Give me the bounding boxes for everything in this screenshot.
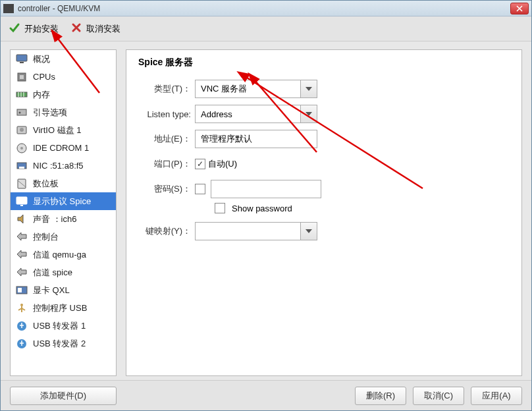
usb-redir-icon: [16, 321, 28, 331]
sidebar-item-label: CPUs: [33, 72, 55, 82]
sidebar-item-label: 控制台: [33, 231, 59, 243]
port-label: 端口(P)：: [138, 158, 195, 170]
boot-icon: [16, 107, 28, 118]
sidebar-item[interactable]: 引导选项: [11, 103, 116, 121]
sidebar-item-label: USB 转发器 2: [33, 338, 86, 350]
x-icon: [70, 22, 82, 36]
password-input[interactable]: [211, 180, 321, 198]
window: controller - QEMU/KVM 开始安装 取消安装 概况CPUs内存…: [0, 0, 532, 411]
sidebar-item-label: 显示协议 Spice: [33, 196, 91, 207]
sidebar-item[interactable]: 显示协议 Spice: [11, 192, 116, 210]
window-title: controller - QEMU/KVM: [18, 4, 510, 13]
sidebar-item[interactable]: 控制台: [11, 228, 116, 246]
svg-rect-4: [16, 92, 27, 97]
svg-rect-8: [17, 109, 26, 115]
hardware-list[interactable]: 概况CPUs内存引导选项VirtIO 磁盘 1IDE CDROM 1NIC :5…: [10, 49, 117, 376]
sidebar-item[interactable]: 内存: [11, 86, 116, 103]
video-icon: [16, 285, 28, 296]
keymap-combo[interactable]: [195, 222, 317, 240]
sidebar-item[interactable]: 信道 qemu-ga: [11, 246, 116, 263]
disk-icon: [16, 125, 28, 136]
sidebar-item[interactable]: 概况: [11, 50, 116, 68]
sidebar-item-label: 信道 spice: [33, 267, 72, 279]
sidebar-item[interactable]: CPUs: [11, 68, 116, 86]
sidebar-item[interactable]: USB 转发器 1: [11, 317, 116, 335]
tablet-icon: [16, 178, 28, 189]
cancel-button[interactable]: 取消(C): [413, 387, 464, 405]
sidebar-item-label: 控制程序 USB: [33, 302, 87, 314]
svg-point-13: [20, 147, 23, 150]
cpu-icon: [16, 72, 28, 82]
show-password-label: Show password: [232, 204, 292, 213]
cancel-install-button[interactable]: 取消安装: [70, 22, 120, 36]
display-icon: [16, 196, 28, 207]
keymap-label: 键映射(Y)：: [138, 225, 195, 237]
app-icon: [3, 4, 14, 13]
sidebar-item[interactable]: 控制程序 USB: [11, 299, 116, 317]
monitor-icon: [16, 54, 28, 65]
usb-redir-icon: [16, 339, 28, 349]
listen-label: Listen type:: [138, 109, 195, 119]
check-icon: [9, 22, 20, 36]
svg-point-22: [20, 304, 23, 306]
chevron-down-icon: [306, 229, 312, 233]
svg-rect-18: [16, 197, 27, 204]
password-label: 密码(S)：: [138, 183, 195, 195]
chevron-down-icon: [306, 87, 312, 91]
begin-install-button[interactable]: 开始安装: [9, 22, 59, 36]
sidebar-item-label: 信道 qemu-ga: [33, 249, 86, 261]
apply-button[interactable]: 应用(A): [471, 387, 522, 405]
close-icon: [516, 5, 523, 12]
listen-value: Address: [195, 105, 300, 123]
sidebar-item-label: NIC :51:a8:f5: [33, 161, 84, 171]
cdrom-icon: [16, 143, 28, 153]
show-password-checkbox[interactable]: [215, 203, 225, 213]
chevron-down-icon: [306, 112, 312, 116]
add-hardware-button[interactable]: 添加硬件(D): [10, 387, 117, 405]
sidebar-item[interactable]: 声音 ：ich6: [11, 210, 116, 228]
console-icon: [16, 232, 28, 242]
sidebar-item[interactable]: 数位板: [11, 175, 116, 192]
sidebar-item[interactable]: 信道 spice: [11, 263, 116, 281]
svg-point-9: [19, 112, 21, 114]
footer: 添加硬件(D) 删除(R) 取消(C) 应用(A): [1, 380, 531, 410]
body: 概况CPUs内存引导选项VirtIO 磁盘 1IDE CDROM 1NIC :5…: [1, 41, 531, 380]
sidebar-item-label: 声音 ：ich6: [33, 213, 76, 225]
usb-ctrl-icon: [16, 303, 28, 314]
sidebar-item-label: IDE CDROM 1: [33, 143, 89, 153]
close-button[interactable]: [510, 3, 529, 14]
svg-point-11: [20, 128, 24, 132]
channel-icon: [16, 250, 28, 260]
sidebar-item-label: 数位板: [33, 178, 59, 190]
port-auto-label: 自动(U): [208, 158, 237, 170]
svg-rect-19: [20, 205, 23, 206]
sidebar-item[interactable]: 显卡 QXL: [11, 281, 116, 299]
cancel-install-label: 取消安装: [86, 23, 120, 35]
sidebar-item-label: 内存: [33, 89, 50, 101]
type-value: VNC 服务器: [195, 80, 300, 98]
sidebar-item-label: USB 转发器 1: [33, 320, 86, 332]
sidebar-item[interactable]: IDE CDROM 1: [11, 139, 116, 157]
sidebar-item[interactable]: USB 转发器 2: [11, 335, 116, 352]
password-checkbox[interactable]: [195, 184, 205, 194]
type-label: 类型(T)：: [138, 83, 195, 95]
sound-icon: [16, 214, 28, 225]
titlebar: controller - QEMU/KVM: [1, 1, 531, 16]
keymap-value: [195, 222, 300, 240]
listen-combo[interactable]: Address: [195, 105, 317, 123]
type-dropdown-button[interactable]: [300, 80, 317, 98]
sidebar-item[interactable]: VirtIO 磁盘 1: [11, 121, 116, 139]
sidebar-item-label: VirtIO 磁盘 1: [33, 124, 81, 136]
type-combo[interactable]: VNC 服务器: [195, 80, 317, 98]
toolbar: 开始安装 取消安装: [1, 16, 531, 41]
main-panel: Spice 服务器 类型(T)： VNC 服务器 Listen type: Ad…: [126, 49, 522, 376]
memory-icon: [16, 90, 28, 100]
sidebar: 概况CPUs内存引导选项VirtIO 磁盘 1IDE CDROM 1NIC :5…: [10, 49, 117, 376]
port-auto-checkbox[interactable]: [195, 159, 205, 169]
listen-dropdown-button[interactable]: [300, 105, 317, 123]
keymap-dropdown-button[interactable]: [300, 222, 317, 240]
sidebar-item[interactable]: NIC :51:a8:f5: [11, 157, 116, 175]
begin-install-label: 开始安装: [24, 23, 59, 35]
delete-button[interactable]: 删除(R): [355, 387, 406, 405]
address-input[interactable]: [195, 130, 317, 148]
